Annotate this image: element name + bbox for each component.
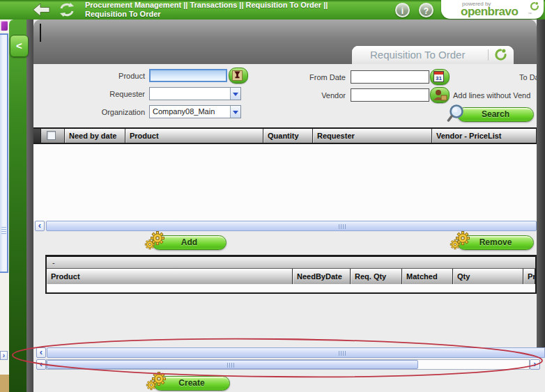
requester-select[interactable] [149, 87, 241, 100]
tab-requisition-to-order[interactable]: Requisition To Order [352, 46, 514, 64]
requisition-lines-grid-header: Need by date Product Quantity Requester … [33, 127, 537, 144]
calendar-icon[interactable]: 31 [430, 69, 450, 85]
requester-label: Requester [70, 90, 145, 98]
scroll-left-icon[interactable]: ‹ [36, 347, 46, 358]
side-green-bar [9, 19, 26, 392]
column-header-price[interactable]: Pric [523, 269, 535, 284]
product-input[interactable] [149, 69, 227, 82]
window-frame-left [26, 19, 33, 392]
info-icon[interactable]: i [395, 3, 410, 17]
vendor-search-icon[interactable] [430, 87, 450, 103]
scrollbar-grip [339, 351, 347, 356]
column-header-needbydate[interactable]: NeedByDate [293, 269, 351, 284]
vendor-input[interactable] [351, 88, 429, 102]
add-lines-without-vendor-label: Add lines without Vend [453, 91, 544, 100]
background-scroll-arrow-icon: › [0, 351, 8, 360]
grid-group-row[interactable]: - [47, 257, 535, 269]
bottom-scrollbar-lower-thumb[interactable] [47, 360, 418, 369]
order-lines-grid: - Product NeedByDate Req. Qty Matched Qt… [45, 255, 537, 294]
breadcrumb-current: Requisition To Order [85, 10, 161, 18]
scroll-left-icon[interactable]: ‹ [35, 221, 45, 231]
openbravo-logo: powered by openbravo ™ [441, 0, 544, 19]
grid-top-horizontal-scrollbar[interactable] [46, 221, 537, 231]
column-header-quantity[interactable]: Quantity [263, 129, 313, 143]
trademark-text: ™ [528, 12, 532, 16]
grid-corner [33, 129, 41, 143]
order-lines-grid-header: Product NeedByDate Req. Qty Matched Qty … [47, 269, 535, 284]
scroll-left-icon[interactable]: ‹ [36, 359, 46, 370]
tab-separator [488, 49, 489, 61]
collapse-panel-button[interactable]: < [10, 35, 29, 57]
from-date-label: From Date [293, 73, 346, 81]
select-all-cell [41, 129, 65, 143]
bottom-scrollbar-upper[interactable] [47, 347, 545, 358]
openbravo-spiral-icon [530, 1, 539, 11]
back-icon[interactable] [32, 2, 50, 17]
create-button[interactable]: Create [153, 376, 230, 391]
refresh-icon[interactable] [59, 2, 75, 17]
scroll-right-icon[interactable]: › [530, 359, 540, 370]
collapse-panel-icon: < [16, 40, 22, 52]
column-header-req-qty[interactable]: Req. Qty [351, 269, 402, 284]
organization-label: Organization [61, 108, 145, 116]
select-all-checkbox[interactable] [47, 131, 56, 140]
product-glyph [232, 70, 243, 81]
column-header-product[interactable]: Product [125, 129, 263, 143]
order-lines-grid-body[interactable] [47, 284, 535, 292]
column-header-product[interactable]: Product [47, 269, 293, 284]
breadcrumb[interactable]: Procurement Management || Transactions |… [85, 1, 328, 9]
vendor-label: Vendor [293, 91, 346, 100]
background-statusbar-sliver [0, 375, 9, 392]
organization-select[interactable]: Company08_Main [149, 105, 241, 118]
calendar-day: 31 [434, 75, 443, 82]
help-icon[interactable]: ? [419, 3, 433, 17]
text-cursor [40, 24, 41, 42]
remove-button[interactable]: Remove [457, 235, 534, 250]
calendar-glyph: 31 [433, 71, 444, 82]
requisition-lines-grid-body[interactable] [33, 144, 537, 221]
openbravo-wordmark: openbravo [461, 5, 518, 19]
column-header-matched[interactable]: Matched [402, 269, 453, 284]
search-button[interactable]: Search [457, 107, 534, 122]
requisition-to-order-screen: Procurement Management || Transactions |… [0, 0, 545, 392]
from-date-input[interactable] [351, 70, 429, 84]
dropdown-chevron-icon[interactable] [230, 88, 240, 100]
add-button[interactable]: Add [152, 235, 227, 250]
product-label: Product [70, 72, 145, 80]
scrollbar-grip [227, 363, 236, 368]
background-window-panel [0, 33, 8, 273]
dropdown-chevron-icon[interactable] [230, 106, 240, 118]
column-header-need-by-date[interactable]: Need by date [65, 129, 125, 143]
background-scrollbar-grip [1, 227, 6, 235]
organization-value: Company08_Main [153, 107, 215, 116]
top-navigation-bar: Procurement Management || Transactions |… [0, 0, 545, 19]
menu-window-icon [1, 21, 8, 31]
product-search-icon[interactable] [229, 68, 248, 84]
scrollbar-grip [339, 224, 347, 229]
column-header-vendor-pricelist[interactable]: Vendor - PriceList [432, 129, 537, 143]
tab-label: Requisition To Order [370, 49, 465, 61]
openbravo-spiral-icon [494, 48, 507, 61]
column-header-requester[interactable]: Requester [313, 129, 432, 143]
window-frame-right [537, 19, 545, 347]
column-header-qty[interactable]: Qty [453, 269, 523, 284]
